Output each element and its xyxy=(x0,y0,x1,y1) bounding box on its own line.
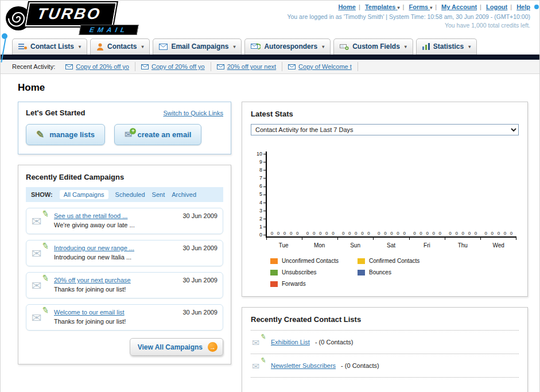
app-logo[interactable]: TURBO EMAIL xyxy=(5,2,166,36)
legend-swatch-icon xyxy=(270,281,278,287)
contacts-icon xyxy=(96,43,104,51)
tab-contact-lists[interactable]: Contact Lists▾ xyxy=(12,38,87,55)
chart-value-label: 0 xyxy=(367,231,370,236)
chevron-down-icon: ▾ xyxy=(79,44,81,49)
campaign-row[interactable]: ✉✎ Introducing our new range ... Introdu… xyxy=(26,240,223,266)
edit-list-icon: ✉✎ xyxy=(252,336,266,348)
contact-list-name-link[interactable]: Exhibition List xyxy=(271,339,310,346)
recent-activity-item[interactable]: Copy of 20% off yo xyxy=(135,62,211,71)
recent-activity-label: Recent Activity: xyxy=(12,63,55,70)
chevron-down-icon: ▾ xyxy=(405,44,407,49)
tab-label: Custom Fields xyxy=(352,42,400,51)
tab-statistics[interactable]: Statistics▾ xyxy=(416,38,477,55)
chart-value-label: 0 xyxy=(426,231,428,236)
chart-x-label: Sat xyxy=(373,240,409,249)
page-title: Home xyxy=(18,82,528,94)
campaign-row[interactable]: ✉✎ Welcome to our email list Thanks for … xyxy=(26,304,223,331)
chart-value-label: 0 xyxy=(510,231,512,236)
contact-list-name-link[interactable]: Newsletter Subscribers xyxy=(271,362,336,369)
logo-title: TURBO xyxy=(25,2,116,26)
tab-custom-fields[interactable]: Custom Fields▾ xyxy=(333,38,413,55)
tab-contacts[interactable]: Contacts▾ xyxy=(90,38,150,55)
filter-sent[interactable]: Sent xyxy=(152,191,165,198)
chart-y-tick-label: 5 xyxy=(259,192,266,197)
top-link-home[interactable]: Home xyxy=(338,3,356,10)
recent-activity-item[interactable]: Copy of Welcome t xyxy=(282,62,358,71)
chart-value-label: 0 xyxy=(413,231,415,236)
tab-autoresponders[interactable]: Autoresponders▾ xyxy=(244,38,331,55)
chart-value-label: 0 xyxy=(306,231,309,236)
campaign-title-link[interactable]: 20% off your next purchase xyxy=(54,277,177,284)
campaign-title-link[interactable]: Introducing our new range ... xyxy=(54,244,177,251)
chart-plot: 00000000000000000000000000000000000 xyxy=(266,152,516,238)
autoresponders-icon xyxy=(251,43,261,50)
chart-bar-group: 00000 xyxy=(445,152,481,236)
recent-activity-item[interactable]: 20% off your next xyxy=(211,62,282,71)
chevron-down-icon: ▾ xyxy=(468,44,471,49)
campaign-filter-bar: SHOW: All Campaigns Scheduled Sent Archi… xyxy=(26,187,223,202)
chart-value-label: 0 xyxy=(484,231,487,236)
chart-legend: Unconfirmed ContactsConfirmed ContactsUn… xyxy=(270,258,516,287)
chart-x-label: Tue xyxy=(266,240,301,249)
chart-y-tick-label: 4 xyxy=(259,200,266,205)
view-all-campaigns-button[interactable]: View All Campaigns → xyxy=(130,338,223,356)
recent-contact-lists-title: Recently Created Contact Lists xyxy=(251,315,361,324)
chart-value-label: 0 xyxy=(355,231,357,236)
campaign-date: 30 Jun 2009 xyxy=(182,244,217,251)
chart-value-label: 0 xyxy=(504,231,506,236)
chart-bar-group: 00000 xyxy=(374,152,409,236)
campaign-row[interactable]: ✉✎ See us at the retail food ... We're g… xyxy=(26,208,223,234)
switch-quick-links-link[interactable]: Switch to Quick Links xyxy=(163,110,223,117)
filter-scheduled[interactable]: Scheduled xyxy=(115,191,145,198)
chevron-down-icon: ▾ xyxy=(141,44,143,49)
chart-y-tick-label: 2 xyxy=(259,216,266,222)
campaign-title-link[interactable]: See us at the retail food ... xyxy=(54,212,177,219)
chart-bar-group: 00000 xyxy=(302,152,338,236)
corner-dot-decoration xyxy=(534,5,539,9)
chart-value-label: 0 xyxy=(462,231,464,236)
top-link-logout[interactable]: Logout xyxy=(486,3,507,10)
filter-archived[interactable]: Archived xyxy=(172,191,196,198)
chart-y-tick-label: 6 xyxy=(259,184,266,189)
campaign-subtitle: Thanks for joining our list! xyxy=(54,318,126,325)
chart-value-label: 0 xyxy=(455,231,457,236)
top-link-my-account[interactable]: My Account xyxy=(441,3,477,10)
arrow-right-icon: → xyxy=(208,342,217,352)
chart-y-spacer xyxy=(251,238,266,249)
campaign-title-link[interactable]: Welcome to our email list xyxy=(54,309,177,316)
recent-activity-item[interactable]: Copy of 20% off yo xyxy=(60,62,135,71)
stats-period-select[interactable]: Contact Activity for the Last 7 Days xyxy=(251,124,519,135)
edit-campaign-icon: ✉✎ xyxy=(32,277,49,292)
chart-value-label: 0 xyxy=(491,231,494,236)
manage-lists-button[interactable]: ✎ manage lists xyxy=(26,124,105,145)
app-window: TURBO EMAIL Home| Templates ▾| Forms ▾| … xyxy=(0,0,540,392)
tab-label: Email Campaigns xyxy=(171,42,228,51)
latest-stats-title: Latest Stats xyxy=(251,110,293,118)
chart-value-label: 0 xyxy=(277,231,279,236)
contact-list-item[interactable]: ✉✎ Newsletter Subscribers - (0 Contacts) xyxy=(251,354,519,378)
top-link-help[interactable]: Help xyxy=(516,3,530,10)
chart-x-label: Sun xyxy=(337,240,373,249)
chart-value-label: 0 xyxy=(271,231,273,236)
chart-y-tick-label: 1 xyxy=(259,224,266,230)
chart-value-label: 0 xyxy=(390,231,393,236)
chart-x-label: Mon xyxy=(301,240,337,249)
mail-icon xyxy=(217,64,224,69)
create-email-button[interactable]: ✉+ create an email xyxy=(114,124,201,145)
campaign-date: 30 Jun 2009 xyxy=(182,309,217,316)
chart-y-tick-label: 7 xyxy=(259,176,266,181)
logo-subtitle: EMAIL xyxy=(79,25,139,35)
email-campaigns-icon xyxy=(159,44,168,50)
legend-label: Unconfirmed Contacts xyxy=(282,258,339,264)
contact-list-item[interactable]: ✉✎ Exhibition List - (0 Contacts) xyxy=(251,331,519,354)
top-link-forms[interactable]: Forms ▾ xyxy=(409,3,432,10)
tab-label: Contacts xyxy=(107,42,137,51)
campaign-row[interactable]: ✉✎ 20% off your next purchase Thanks for… xyxy=(26,272,223,298)
tab-email-campaigns[interactable]: Email Campaigns▾ xyxy=(153,38,242,55)
filter-all-campaigns[interactable]: All Campaigns xyxy=(60,190,108,199)
nav-separator: | xyxy=(480,3,481,10)
contact-list-count: - (0 Contacts) xyxy=(315,339,353,346)
chart-value-label: 0 xyxy=(449,231,451,236)
recent-campaigns-title: Recently Edited Campaigns xyxy=(26,173,124,181)
top-link-templates[interactable]: Templates ▾ xyxy=(365,3,400,10)
